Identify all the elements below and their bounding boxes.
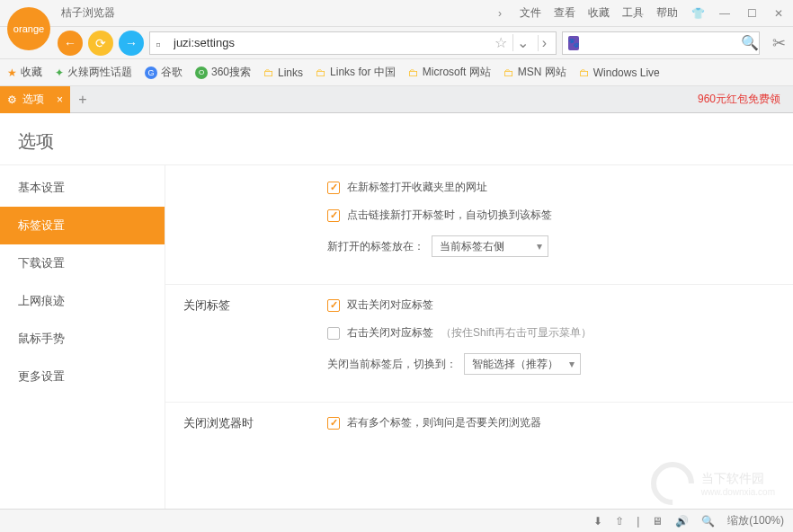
bookmark-microsoft[interactable]: 🗀Microsoft 网站 (408, 65, 491, 80)
section-open-tabs: 在新标签打开收藏夹里的网址 点击链接新打开标签时，自动切换到该标签 新打开的标签… (165, 173, 793, 285)
sidebar-item-tabs[interactable]: 标签设置 (0, 207, 165, 244)
minimize-button[interactable]: — (717, 6, 732, 21)
navbar: ← ⟳ → ▫ ☆ ⌄ › 🐾 🔍 ✂ (0, 27, 793, 59)
section-label: 关闭浏览器时 (183, 415, 327, 431)
menu-favorites[interactable]: 收藏 (588, 5, 610, 21)
checkbox-confirm-close[interactable] (327, 417, 340, 430)
search-engine-icon[interactable]: 🐾 (568, 36, 579, 50)
bookmark-favorites[interactable]: ★收藏 (7, 65, 42, 80)
checkbox-hint: （按住Shift再右击可显示菜单） (441, 325, 592, 341)
checkbox-label: 双击关闭对应标签 (347, 297, 433, 313)
sidebar-item-basic[interactable]: 基本设置 (0, 169, 165, 207)
checkbox-dblclick-close[interactable] (327, 299, 340, 312)
bookmark-google[interactable]: G谷歌 (145, 65, 183, 80)
menu-bar: › 文件 查看 收藏 工具 帮助 👕 — ☐ ✕ (493, 5, 786, 21)
bookmark-hot[interactable]: ✦火辣两性话题 (55, 65, 132, 80)
shift-icon[interactable]: ⇧ (615, 515, 624, 528)
settings-sidebar: 基本设置 标签设置 下载设置 上网痕迹 鼠标手势 更多设置 (0, 165, 165, 509)
leaf-icon: ✦ (55, 66, 64, 79)
address-dropdown-icon[interactable]: ⌄ (512, 34, 532, 51)
bookmark-windowslive[interactable]: 🗀Windows Live (579, 66, 660, 79)
section-label: 关闭标签 (183, 297, 327, 375)
bookmark-360[interactable]: O360搜索 (195, 65, 251, 80)
section-close-tab: 关闭标签 双击关闭对应标签 右击关闭对应标签（按住Shift再右击可显示菜单） … (165, 290, 793, 403)
zoom-level[interactable]: 缩放(100%) (727, 513, 784, 528)
folder-icon: 🗀 (579, 66, 590, 79)
back-button[interactable]: ← (58, 31, 83, 56)
app-title: 桔子浏览器 (61, 5, 115, 21)
monitor-icon[interactable]: 🖥 (652, 515, 663, 528)
select-after-close[interactable]: 智能选择（推荐） (464, 353, 581, 375)
folder-icon: 🗀 (316, 66, 326, 79)
bookmark-msn[interactable]: 🗀MSN 网站 (503, 65, 566, 80)
sidebar-item-history[interactable]: 上网痕迹 (0, 282, 165, 320)
checkbox-label: 在新标签打开收藏夹里的网址 (347, 180, 487, 195)
bookmark-links[interactable]: 🗀Links (263, 66, 303, 79)
forward-button[interactable]: → (119, 31, 144, 56)
bookmarks-bar: ★收藏 ✦火辣两性话题 G谷歌 O360搜索 🗀Links 🗀Links for… (0, 59, 793, 86)
promo-link[interactable]: 960元红包免费领 (698, 92, 793, 107)
section-close-browser: 关闭浏览器时 若有多个标签，则询问是否要关闭浏览器 (165, 408, 793, 458)
select-newtab-position[interactable]: 当前标签右侧 (432, 235, 548, 257)
menu-view[interactable]: 查看 (554, 5, 575, 21)
settings-main: 在新标签打开收藏夹里的网址 点击链接新打开标签时，自动切换到该标签 新打开的标签… (165, 165, 793, 509)
download-icon[interactable]: ⬇ (593, 515, 602, 528)
zoom-icon[interactable]: 🔍 (701, 515, 715, 528)
checkbox-rightclick-close[interactable] (327, 327, 340, 340)
menu-tools[interactable]: 工具 (622, 5, 644, 21)
checkbox-open-fav-newtab[interactable] (327, 182, 340, 194)
status-bar: ⬇ ⇧ | 🖥 🔊 🔍 缩放(100%) (0, 509, 793, 532)
go-button[interactable]: › (538, 35, 550, 51)
menu-file[interactable]: 文件 (520, 5, 541, 21)
checkbox-switch-newtab[interactable] (327, 209, 340, 222)
select-label: 关闭当前标签后，切换到： (327, 357, 457, 372)
skin-icon[interactable]: 👕 (691, 6, 705, 21)
checkbox-label: 若有多个标签，则询问是否要关闭浏览器 (347, 415, 541, 430)
menu-help[interactable]: 帮助 (656, 5, 678, 21)
new-tab-button[interactable]: + (70, 87, 95, 112)
refresh-button[interactable]: ⟳ (88, 31, 113, 56)
tab-settings[interactable]: ⚙ 选项 × (0, 86, 70, 113)
sidebar-item-gestures[interactable]: 鼠标手势 (0, 320, 165, 358)
bookmark-star-icon[interactable]: ☆ (495, 34, 507, 51)
tab-close-icon[interactable]: × (57, 93, 63, 106)
menu-more-icon[interactable]: › (493, 6, 507, 21)
360-icon: O (195, 66, 208, 79)
close-button[interactable]: ✕ (771, 6, 786, 21)
select-label: 新打开的标签放在： (327, 239, 424, 254)
tab-bar: ⚙ 选项 × + 960元红包免费领 (0, 86, 793, 113)
address-input[interactable] (174, 36, 489, 49)
checkbox-label: 点击链接新打开标签时，自动切换到该标签 (347, 208, 552, 223)
maximize-button[interactable]: ☐ (744, 6, 759, 21)
section-label (183, 180, 327, 257)
gear-icon: ⚙ (7, 93, 17, 106)
page-icon: ▫ (156, 37, 168, 49)
tab-label: 选项 (22, 92, 44, 107)
folder-icon: 🗀 (408, 66, 419, 79)
search-icon[interactable]: 🔍 (741, 34, 759, 51)
search-bar: 🐾 🔍 (562, 31, 760, 55)
titlebar: 桔子浏览器 › 文件 查看 收藏 工具 帮助 👕 — ☐ ✕ (0, 0, 793, 27)
sidebar-item-more[interactable]: 更多设置 (0, 358, 165, 395)
sidebar-item-download[interactable]: 下载设置 (0, 244, 165, 282)
folder-icon: 🗀 (503, 66, 514, 79)
folder-icon: 🗀 (263, 66, 274, 79)
checkbox-label: 右击关闭对应标签 (347, 325, 433, 341)
app-logo: orange (7, 7, 50, 50)
google-icon: G (145, 66, 157, 79)
bookmark-links-cn[interactable]: 🗀Links for 中国 (316, 65, 396, 80)
search-input[interactable] (584, 36, 735, 49)
star-icon: ★ (7, 66, 17, 79)
separator: | (637, 515, 639, 528)
sound-icon[interactable]: 🔊 (675, 515, 689, 528)
content-wrapper: 选项 基本设置 标签设置 下载设置 上网痕迹 鼠标手势 更多设置 在新标签打开收… (0, 113, 793, 509)
screenshot-icon[interactable]: ✂ (772, 33, 786, 53)
page-title: 选项 (0, 113, 793, 165)
address-bar: ▫ ☆ ⌄ › (149, 31, 557, 55)
